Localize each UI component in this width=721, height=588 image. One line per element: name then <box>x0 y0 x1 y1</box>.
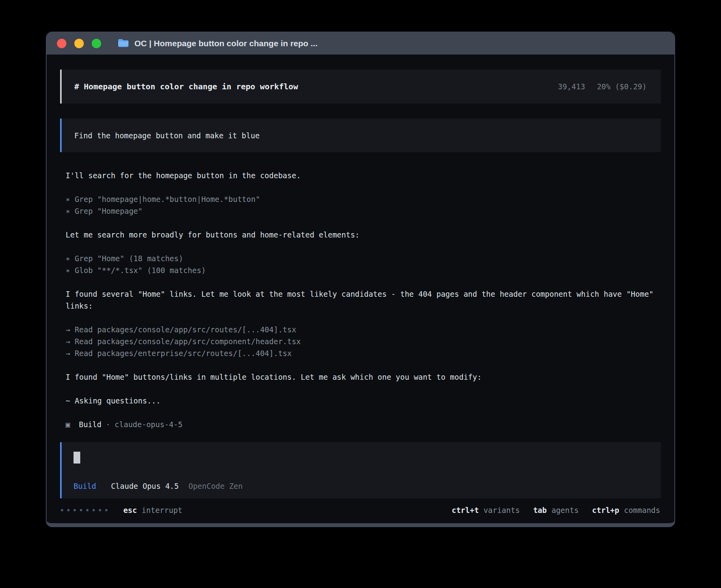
tool-call-grep: ∗ Grep "Homepage" <box>66 205 661 217</box>
tool-call-grep: ∗ Grep "Home" (18 matches) <box>66 253 661 264</box>
shortcut-key: tab <box>533 506 547 514</box>
assistant-transcript: I'll search for the homepage button in t… <box>60 170 661 430</box>
esc-key: esc <box>123 506 137 514</box>
tool-call-read: → Read packages/console/app/src/routes/[… <box>66 324 661 335</box>
shortcut-key: ctrl+t <box>452 506 479 514</box>
assistant-paragraph: Let me search more broadly for buttons a… <box>66 229 661 241</box>
agent-attribution: ▣ Build · claude-opus-4-5 <box>66 418 661 430</box>
shortcut-label: agents <box>551 506 579 514</box>
tool-call-grep: ∗ Grep "homepage|home.*button|Home.*butt… <box>66 193 661 205</box>
status-bar: esc interrupt ctrl+t variants tab agents… <box>47 500 674 523</box>
tool-call-read: → Read packages/enterprise/src/routes/[.… <box>66 347 661 359</box>
shortcut-label: variants <box>483 506 520 514</box>
tool-call-group: ∗ Grep "homepage|home.*button|Home.*butt… <box>66 193 661 217</box>
prompt-input[interactable]: Build Claude Opus 4.5 OpenCode Zen <box>60 442 661 498</box>
user-message-text: Find the homepage button and make it blu… <box>74 131 260 140</box>
tool-call-group: → Read packages/console/app/src/routes/[… <box>66 324 661 359</box>
agent-name: Build <box>79 418 101 430</box>
working-status: ~ Asking questions... <box>66 395 661 407</box>
close-button[interactable] <box>57 39 66 48</box>
window-title: OC | Homepage button color change in rep… <box>134 39 317 48</box>
session-stats: 39,413 20% ($0.29) <box>558 82 647 91</box>
session-content: # Homepage button color change in repo w… <box>47 55 674 500</box>
agent-model: claude-opus-4-5 <box>115 418 183 430</box>
session-header: # Homepage button color change in repo w… <box>60 70 661 104</box>
provider-name: OpenCode Zen <box>189 482 243 490</box>
mode-badge[interactable]: Build <box>74 482 96 490</box>
shortcut-agents: tab agents <box>533 506 579 514</box>
text-cursor <box>74 452 80 464</box>
tool-call-glob: ∗ Glob "**/*.tsx" (100 matches) <box>66 264 661 276</box>
interrupt-hint: esc interrupt <box>123 506 182 514</box>
esc-label: interrupt <box>142 506 182 514</box>
zoom-button[interactable] <box>92 39 101 48</box>
titlebar: OC | Homepage button color change in rep… <box>47 32 674 55</box>
model-name[interactable]: Claude Opus 4.5 <box>111 482 179 490</box>
context-usage: 20% ($0.29) <box>597 82 647 91</box>
shortcut-label: commands <box>624 506 660 514</box>
input-mode-line: Build Claude Opus 4.5 OpenCode Zen <box>74 482 649 490</box>
assistant-paragraph: I found "Home" buttons/links in multiple… <box>66 371 661 383</box>
folder-icon <box>118 38 129 49</box>
agent-icon: ▣ <box>66 418 70 430</box>
working-spinner-icon <box>61 509 108 511</box>
traffic-lights <box>57 39 101 48</box>
minimize-button[interactable] <box>74 39 84 48</box>
assistant-paragraph: I'll search for the homepage button in t… <box>66 170 661 181</box>
shortcut-commands: ctrl+p commands <box>592 506 660 514</box>
tool-call-read: → Read packages/console/app/src/componen… <box>66 335 661 347</box>
session-title: # Homepage button color change in repo w… <box>74 82 298 91</box>
user-message: Find the homepage button and make it blu… <box>60 119 661 152</box>
assistant-paragraph: I found several "Home" links. Let me loo… <box>66 288 661 312</box>
shortcut-variants: ctrl+t variants <box>452 506 520 514</box>
terminal-window: OC | Homepage button color change in rep… <box>46 32 675 527</box>
agent-separator: · <box>106 418 110 430</box>
token-count: 39,413 <box>558 82 585 91</box>
shortcut-key: ctrl+p <box>592 506 619 514</box>
tool-call-group: ∗ Grep "Home" (18 matches) ∗ Glob "**/*.… <box>66 253 661 276</box>
